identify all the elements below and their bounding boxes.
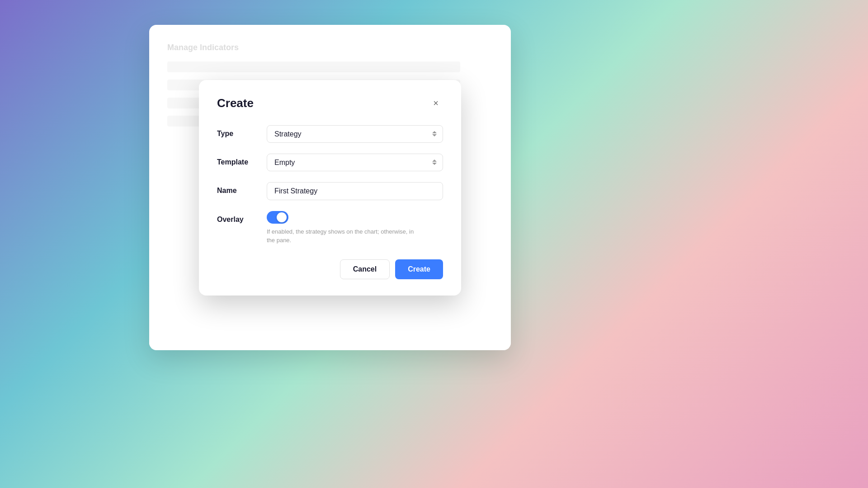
type-row: Type Strategy Indicator Signal xyxy=(217,125,443,143)
close-button[interactable]: × xyxy=(429,96,443,111)
overlay-toggle[interactable] xyxy=(267,211,288,224)
close-icon: × xyxy=(433,98,439,108)
overlay-control: If enabled, the strategy shows on the ch… xyxy=(267,211,443,245)
create-button[interactable]: Create xyxy=(395,259,443,279)
type-label: Type xyxy=(217,125,267,138)
overlay-row: Overlay If enabled, the strategy shows o… xyxy=(217,211,443,245)
overlay-label: Overlay xyxy=(217,211,267,224)
app-window: Manage Indicators Create × Type St xyxy=(149,25,511,350)
create-modal: Create × Type Strategy Indicator Signal xyxy=(199,80,461,296)
cancel-button[interactable]: Cancel xyxy=(340,259,390,279)
modal-header: Create × xyxy=(217,96,443,111)
template-row: Template Empty Blank Default xyxy=(217,154,443,171)
overlay-hint: If enabled, the strategy shows on the ch… xyxy=(267,227,420,245)
template-control: Empty Blank Default xyxy=(267,154,443,171)
template-label: Template xyxy=(217,154,267,166)
type-select-wrapper: Strategy Indicator Signal xyxy=(267,125,443,143)
modal-overlay: Create × Type Strategy Indicator Signal xyxy=(149,25,511,350)
type-control: Strategy Indicator Signal xyxy=(267,125,443,143)
toggle-track xyxy=(267,211,288,224)
name-control xyxy=(267,182,443,200)
toggle-thumb xyxy=(277,212,287,222)
name-input[interactable] xyxy=(267,182,443,200)
modal-title: Create xyxy=(217,96,254,110)
name-label: Name xyxy=(217,182,267,195)
type-select[interactable]: Strategy Indicator Signal xyxy=(267,125,443,143)
template-select[interactable]: Empty Blank Default xyxy=(267,154,443,171)
name-row: Name xyxy=(217,182,443,200)
template-select-wrapper: Empty Blank Default xyxy=(267,154,443,171)
modal-footer: Cancel Create xyxy=(217,259,443,279)
